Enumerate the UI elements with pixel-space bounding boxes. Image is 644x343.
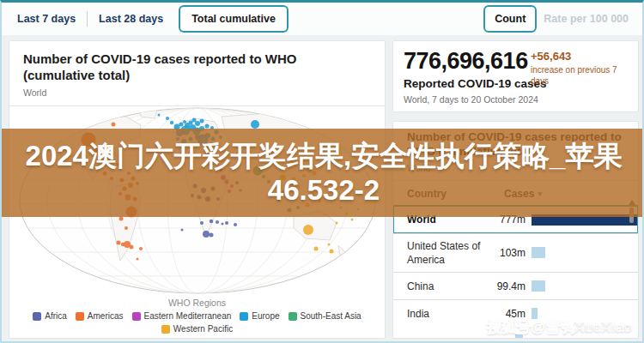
country-bubble[interactable]	[303, 225, 313, 235]
country-bubble[interactable]	[351, 219, 354, 221]
country-bubble[interactable]	[181, 229, 184, 232]
country-bubble[interactable]	[139, 247, 143, 250]
country-name: China	[407, 274, 489, 298]
country-bubble[interactable]	[158, 114, 161, 117]
country-bubble[interactable]	[112, 123, 116, 127]
country-bubble[interactable]	[216, 220, 219, 224]
map-card-title: Number of COVID-19 cases reported to WHO…	[23, 51, 371, 84]
map-card-subtitle: World	[23, 87, 371, 98]
country-bubble[interactable]	[330, 250, 334, 254]
table-row[interactable]: China99.4m	[393, 272, 638, 299]
country-bubble[interactable]	[125, 226, 128, 230]
country-bubble[interactable]	[234, 223, 237, 226]
metric-rate-button[interactable]: Rate per 100 000	[537, 7, 635, 31]
delta-value: +56,643	[531, 50, 634, 63]
country-bubble[interactable]	[251, 120, 259, 129]
country-bubble[interactable]	[137, 258, 139, 261]
legend-item-western-pacific[interactable]: Western Pacific	[161, 324, 233, 334]
country-bubble[interactable]	[200, 119, 204, 123]
country-name: United States of America	[407, 234, 489, 272]
country-bubble[interactable]	[328, 244, 331, 246]
divider	[87, 11, 88, 27]
country-bubble[interactable]	[119, 217, 124, 221]
overlay-text-line1: 2024澳门六开彩开奖结果,安全性执行策略_苹果	[26, 139, 623, 173]
cases-value: 103m	[489, 247, 526, 259]
cases-value: 99.4m	[489, 280, 526, 292]
tab-last-28-days[interactable]: Last 28 days	[90, 7, 172, 31]
country-bubble[interactable]	[117, 241, 121, 245]
legend-item-africa[interactable]: Africa	[33, 311, 67, 321]
country-bubble[interactable]	[130, 245, 134, 250]
legend-item-south-east-asia[interactable]: South-East Asia	[289, 311, 361, 321]
stats-card: 776,696,616 +56,643 increase on previous…	[392, 40, 639, 112]
legend-row: AfricaAmericasEastern MediterraneanEurop…	[9, 311, 385, 321]
tab-last-7-days[interactable]: Last 7 days	[9, 7, 84, 31]
legend-swatch	[132, 312, 141, 321]
cases-bar	[532, 247, 545, 258]
map-card-header: Number of COVID-19 cases reported to WHO…	[9, 41, 385, 106]
country-bubble[interactable]	[222, 223, 224, 226]
overlay-banner: 2024澳门六开彩开奖结果,安全性执行策略_苹果 46.532-2	[2, 129, 644, 217]
who-covid-dashboard: Last 7 days Last 28 days Total cumulativ…	[0, 0, 644, 343]
legend-swatch	[289, 312, 297, 321]
country-bubble[interactable]	[200, 221, 204, 225]
country-name: India	[407, 302, 489, 326]
stats-caption: World, 7 days to 20 October 2024	[404, 94, 628, 105]
country-bubble[interactable]	[210, 220, 213, 223]
who-regions-legend: WHO Regions AfricaAmericasEastern Medite…	[9, 298, 385, 334]
metric-count-button[interactable]: Count	[483, 5, 537, 33]
country-bubble[interactable]	[192, 118, 197, 123]
country-bubble[interactable]	[166, 117, 169, 120]
country-bubble[interactable]	[203, 231, 210, 238]
legend-item-americas[interactable]: Americas	[76, 311, 124, 321]
table-body: World777mUnited States of America103mChi…	[393, 206, 638, 327]
country-bubble[interactable]	[189, 121, 193, 125]
cases-bar-track	[532, 247, 617, 258]
legend-swatch	[161, 325, 170, 334]
country-bubble[interactable]	[225, 221, 228, 225]
legend-swatch	[240, 312, 248, 321]
country-bubble[interactable]	[195, 121, 200, 126]
country-bubble[interactable]	[183, 120, 186, 123]
legend-item-europe[interactable]: Europe	[240, 311, 279, 321]
cases-bar	[532, 280, 545, 292]
toolbar: Last 7 days Last 28 days Total cumulativ…	[2, 3, 642, 35]
tab-total-cumulative[interactable]: Total cumulative	[179, 5, 289, 33]
delta-caption: increase on previous 7 days	[531, 64, 634, 87]
overlay-text-line2: 46.532-2	[268, 173, 380, 208]
country-bubble[interactable]	[210, 233, 214, 238]
cases-bar-track	[532, 280, 617, 292]
country-bubble[interactable]	[205, 124, 210, 129]
legend-swatch	[33, 312, 41, 321]
legend-swatch	[76, 312, 84, 321]
legend-row: Western Pacific	[9, 324, 385, 334]
country-bubble[interactable]	[314, 247, 319, 251]
delta-block: +56,643 increase on previous 7 days	[531, 50, 634, 87]
country-bubble[interactable]	[179, 123, 184, 127]
country-bubble[interactable]	[336, 222, 338, 225]
table-row[interactable]: United States of America103m	[393, 233, 638, 272]
watermark-text: 搜狐号@雪鸮XueXiao	[487, 317, 632, 337]
legend-item-eastern-mediterranean[interactable]: Eastern Mediterranean	[132, 311, 232, 321]
legend-title: WHO Regions	[9, 298, 385, 308]
country-bubble[interactable]	[170, 121, 173, 124]
